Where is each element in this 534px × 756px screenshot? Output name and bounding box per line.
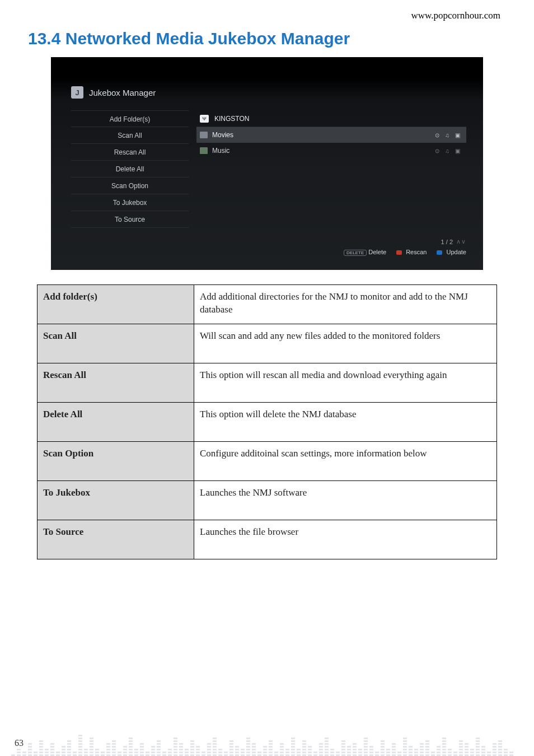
app-screenshot: J Jukebox Manager Add Folder(s) Scan All… (51, 57, 483, 270)
row-desc: Will scan and add any new files added to… (194, 324, 497, 363)
section-heading: 13.4 Networked Media Jukebox Manager (0, 21, 534, 55)
update-label: Update (447, 249, 466, 255)
table-row: Add folder(s) Add additional directories… (38, 285, 497, 324)
page-footer: 63 (0, 675, 534, 756)
share-icon (200, 147, 208, 154)
row-label: Delete All (38, 403, 194, 442)
app-title-row: J Jukebox Manager (71, 86, 156, 99)
row-label: Add folder(s) (38, 285, 194, 324)
row-desc: This option will delete the NMJ database (194, 403, 497, 442)
table-row: To Jukebox Launches the NMJ software (38, 481, 497, 520)
menu-add-folders[interactable]: Add Folder(s) (71, 110, 189, 127)
table-row: Scan Option Configure additoinal scan se… (38, 442, 497, 481)
row-label: To Jukebox (38, 481, 194, 520)
pager-text: 1 / 2 (441, 239, 453, 245)
menu-to-jukebox[interactable]: To Jukebox (71, 194, 189, 211)
menu-scan-option[interactable]: Scan Option (71, 178, 189, 194)
table-row: Rescan All This option will rescan all m… (38, 363, 497, 403)
rescan-label: Rescan (406, 249, 427, 255)
app-icon: J (71, 86, 83, 99)
menu-delete-all[interactable]: Delete All (71, 161, 189, 178)
photo-icon: ▣ (454, 132, 461, 138)
menu-scan-all[interactable]: Scan All (71, 127, 189, 144)
folder-row-music[interactable]: Music ⊙ ♫ ▣ (196, 143, 466, 158)
row-label: To Source (38, 520, 194, 559)
blue-dot-icon (437, 250, 442, 255)
legend-delete: DELETE Delete (344, 249, 386, 255)
menu-to-source[interactable]: To Source (71, 211, 189, 228)
row-desc: This option will rescan all media and do… (194, 363, 497, 403)
row-desc: Launches the NMJ software (194, 481, 497, 520)
legend-update: Update (437, 249, 466, 255)
folder-row-movies[interactable]: Movies ⊙ ♫ ▣ (196, 127, 466, 143)
equalizer-graphic (11, 680, 534, 756)
legend: DELETE Delete Rescan Update (344, 249, 466, 255)
header-url: www.popcornhour.com (0, 0, 534, 21)
screenshot-footer: 1 / 2 ∧∨ DELETE Delete Rescan Update (344, 238, 466, 255)
legend-rescan: Rescan (396, 249, 427, 255)
right-panel: Ψ KINGSTON Movies ⊙ ♫ ▣ Music ⊙ ♫ ▣ (196, 110, 466, 158)
drive-row[interactable]: Ψ KINGSTON (196, 110, 466, 127)
row-label: Scan Option (38, 442, 194, 481)
type-icons: ⊙ ♫ ▣ (434, 132, 461, 138)
row-desc: Configure additoinal scan settings, more… (194, 442, 497, 481)
delete-key-icon: DELETE (344, 250, 367, 256)
pager: 1 / 2 ∧∨ (441, 238, 466, 245)
row-desc: Add additional directories for the NMJ t… (194, 285, 497, 324)
music-icon: ♫ (444, 132, 451, 138)
description-table: Add folder(s) Add additional directories… (37, 284, 497, 559)
video-icon: ⊙ (434, 147, 441, 154)
folder-icon (200, 132, 208, 138)
row-label: Scan All (38, 324, 194, 363)
type-icons: ⊙ ♫ ▣ (434, 147, 461, 154)
table-row: Delete All This option will delete the N… (38, 403, 497, 442)
left-menu: Add Folder(s) Scan All Rescan All Delete… (71, 110, 189, 228)
folder-label: Music (212, 147, 229, 155)
photo-icon: ▣ (454, 147, 461, 154)
delete-label: Delete (368, 249, 386, 255)
video-icon: ⊙ (434, 132, 441, 138)
page-number: 63 (15, 738, 24, 748)
table-row: To Source Launches the file browser (38, 520, 497, 559)
row-desc: Launches the file browser (194, 520, 497, 559)
app-title: Jukebox Manager (89, 88, 156, 97)
screenshot-container: J Jukebox Manager Add Folder(s) Scan All… (49, 55, 485, 272)
red-dot-icon (396, 250, 402, 255)
usb-icon: Ψ (200, 115, 209, 123)
folder-label: Movies (212, 131, 233, 139)
table-row: Scan All Will scan and add any new files… (38, 324, 497, 363)
music-icon: ♫ (444, 147, 451, 154)
menu-rescan-all[interactable]: Rescan All (71, 144, 189, 161)
row-label: Rescan All (38, 363, 194, 403)
drive-name: KINGSTON (214, 115, 249, 123)
pager-arrows-icon: ∧∨ (456, 238, 466, 245)
